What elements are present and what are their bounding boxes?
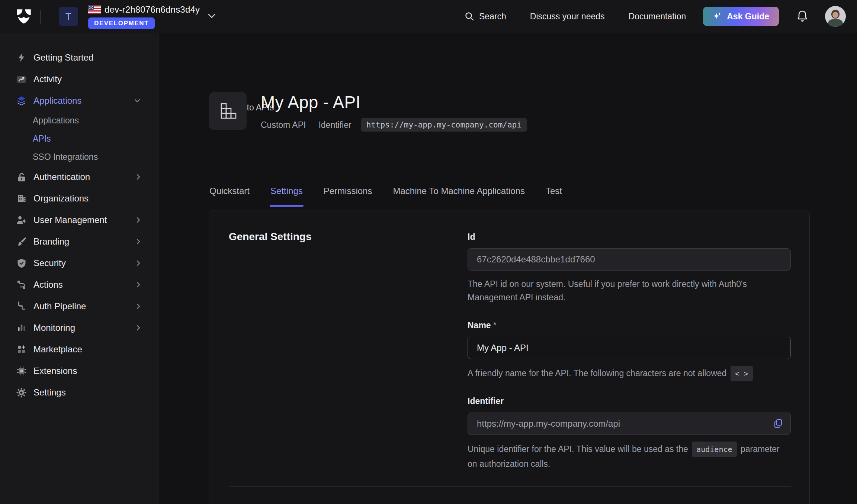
marketplace-icon [16, 345, 26, 355]
tenant-name: dev-r2h8076n6dns3d4y [105, 4, 200, 15]
main-content: ← Back to APIs My App - API Custom API I… [159, 33, 857, 504]
id-field-input[interactable] [468, 248, 791, 271]
tab-quickstart[interactable]: Quickstart [209, 181, 250, 206]
shield-check-icon [16, 258, 26, 268]
tenant-initial-badge[interactable]: T [59, 7, 78, 26]
activity-icon [16, 74, 26, 84]
us-flag-icon [88, 5, 101, 14]
paintbrush-icon [16, 237, 26, 247]
avatar-face [832, 12, 838, 18]
auth0-dashboard-screen: T dev-r2h8076n6dns3d4y DEVE [0, 0, 857, 504]
sidebar-item-settings[interactable]: Settings [0, 382, 158, 403]
name-field-input[interactable] [468, 337, 791, 359]
chevron-down-icon [134, 98, 141, 103]
top-navigation-bar: T dev-r2h8076n6dns3d4y DEVE [0, 0, 857, 33]
chevron-down-icon[interactable] [207, 13, 216, 21]
not-allowed-chars-chip: < > [731, 366, 753, 381]
api-tabs: Quickstart Settings Permissions Machine … [209, 181, 837, 206]
identifier-field-group: Identifier Unique identifier for the API… [468, 396, 791, 471]
tab-settings[interactable]: Settings [270, 181, 304, 206]
tab-permissions[interactable]: Permissions [323, 181, 373, 206]
bell-icon[interactable] [796, 10, 809, 23]
layers-icon [16, 96, 26, 106]
chevron-right-icon [136, 281, 141, 288]
sidebar-subitem-applications[interactable]: Applications [0, 112, 158, 130]
building-icon [16, 194, 26, 204]
tab-machine-to-machine-applications[interactable]: Machine To Machine Applications [392, 181, 525, 206]
user-gear-icon [16, 215, 26, 225]
identifier-chip: https://my-app.my-company.com/api [361, 118, 527, 132]
flow-icon [16, 280, 26, 290]
general-settings-card: General Settings Id The API id on our sy… [209, 210, 810, 504]
sidebar-subitem-apis[interactable]: APIs [0, 130, 158, 148]
gear-icon [16, 388, 26, 398]
sidebar-item-actions[interactable]: Actions [0, 274, 158, 295]
name-field-group: Name* A friendly name for the API. The f… [468, 320, 791, 381]
chevron-right-icon [136, 238, 141, 245]
sidebar-item-extensions[interactable]: Extensions [0, 360, 158, 382]
ask-guide-button[interactable]: Ask Guide [703, 7, 779, 26]
id-field-helper: The API id on our system. Useful if you … [468, 277, 791, 304]
sidebar-item-authentication[interactable]: Authentication [0, 166, 158, 188]
sidebar-subitem-sso-integrations[interactable]: SSO Integrations [0, 148, 158, 166]
section-title: General Settings [229, 231, 312, 243]
search-icon [464, 11, 475, 22]
required-marker: * [493, 320, 497, 330]
id-field-label: Id [468, 232, 791, 242]
main-header-band [159, 33, 857, 44]
chevron-right-icon [136, 216, 141, 224]
sidebar-item-marketplace[interactable]: Marketplace [0, 339, 158, 360]
search-button[interactable]: Search [464, 11, 506, 22]
tenant-selector[interactable]: dev-r2h8076n6dns3d4y DEVELOPMENT [88, 4, 200, 29]
identifier-field-label: Identifier [468, 396, 791, 406]
page-title: My App - API [261, 92, 527, 112]
identifier-field-helper: Unique identifier for the API. This valu… [468, 442, 791, 471]
sidebar-item-applications[interactable]: Applications [0, 90, 158, 112]
id-field-group: Id The API id on our system. Useful if y… [468, 232, 791, 304]
chevron-right-icon [136, 303, 141, 310]
sidebar-item-activity[interactable]: Activity [0, 68, 158, 90]
extensions-chip-icon [16, 366, 26, 376]
environment-badge: DEVELOPMENT [88, 17, 155, 29]
tenant-initial: T [65, 11, 71, 22]
sparkle-icon [713, 12, 722, 21]
chevron-right-icon [136, 259, 141, 267]
bolt-icon [16, 53, 26, 63]
sidebar-item-branding[interactable]: Branding [0, 231, 158, 252]
chevron-right-icon [136, 173, 141, 181]
discuss-your-needs-link[interactable]: Discuss your needs [530, 12, 605, 22]
sidebar-item-user-management[interactable]: User Management [0, 209, 158, 231]
user-avatar[interactable] [825, 6, 846, 27]
sidebar-item-getting-started[interactable]: Getting Started [0, 47, 158, 68]
copy-icon[interactable] [773, 418, 783, 429]
name-field-label: Name* [468, 320, 791, 330]
section-divider [229, 486, 791, 487]
sidebar-navigation: Getting Started Activity Applications [0, 33, 158, 504]
api-header: My App - API Custom API Identifier https… [209, 92, 527, 132]
sidebar-item-organizations[interactable]: Organizations [0, 188, 158, 209]
api-building-icon [209, 92, 247, 130]
api-type-label: Custom API [261, 120, 306, 130]
sidebar-item-auth-pipeline[interactable]: Auth Pipeline [0, 295, 158, 317]
search-label: Search [479, 12, 506, 22]
audience-chip: audience [692, 442, 736, 457]
sidebar-item-monitoring[interactable]: Monitoring [0, 317, 158, 339]
identifier-label: Identifier [318, 120, 351, 130]
general-settings-form: Id The API id on our system. Useful if y… [468, 232, 791, 471]
chevron-right-icon [136, 324, 141, 332]
ask-guide-label: Ask Guide [727, 12, 769, 22]
documentation-link[interactable]: Documentation [629, 12, 686, 22]
auth0-logo-icon[interactable] [15, 7, 33, 25]
tab-test[interactable]: Test [545, 181, 563, 206]
bar-chart-icon [16, 323, 26, 333]
lock-open-icon [16, 172, 26, 182]
name-field-helper: A friendly name for the API. The followi… [468, 366, 791, 381]
nav-divider [40, 10, 41, 24]
pipeline-icon [16, 301, 26, 311]
identifier-field-input[interactable] [468, 413, 791, 435]
avatar-shoulders [828, 19, 843, 27]
sidebar-item-security[interactable]: Security [0, 252, 158, 274]
